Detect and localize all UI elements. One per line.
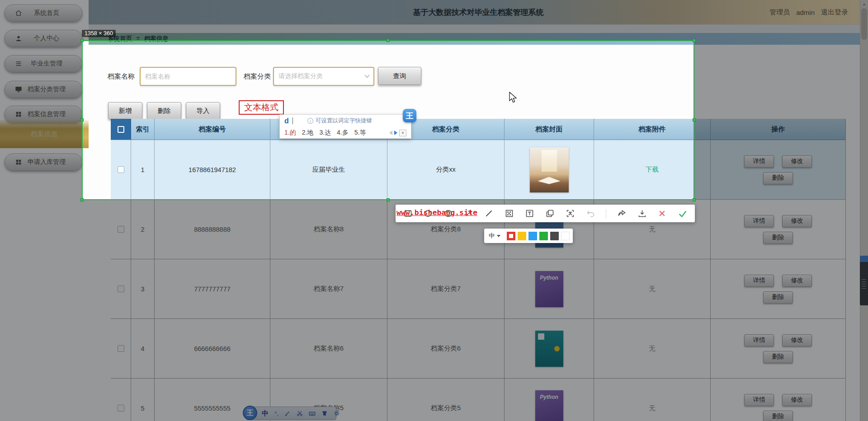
cell-name: 档案名称8 bbox=[270, 200, 387, 259]
sidebar-item-home[interactable]: 系统首页 bbox=[5, 5, 82, 22]
edit-button[interactable]: 修改 bbox=[782, 394, 812, 406]
table-header-row: 索引 档案编号 档案名称 档案分类 档案封面 档案附件 操作 bbox=[111, 119, 846, 140]
color-swatch[interactable] bbox=[518, 232, 526, 240]
color-swatch[interactable] bbox=[550, 232, 559, 240]
archive-category-select[interactable]: 请选择档案分类 bbox=[273, 67, 374, 86]
row-delete-button[interactable]: 删除 bbox=[763, 291, 793, 304]
select-placeholder: 请选择档案分类 bbox=[278, 72, 323, 80]
ime-candidate[interactable]: 1.的 bbox=[284, 129, 296, 137]
share-icon[interactable] bbox=[617, 209, 627, 219]
attachment-link[interactable]: 无 bbox=[649, 225, 656, 234]
settings-gear-icon[interactable] bbox=[334, 410, 340, 417]
info-icon: i bbox=[307, 118, 313, 124]
attachment-link[interactable]: 下载 bbox=[646, 165, 659, 174]
text-annotation-box[interactable]: 文本格式 bbox=[239, 100, 284, 115]
ime-composition: d bbox=[284, 117, 289, 125]
save-icon[interactable] bbox=[637, 209, 647, 219]
scrollbar-thumb[interactable] bbox=[861, 8, 867, 40]
cell-index: 4 bbox=[131, 319, 155, 379]
archive-name-input[interactable] bbox=[140, 67, 236, 86]
pen-icon[interactable] bbox=[284, 410, 291, 417]
header: 基于大数据技术对毕业生档案管理系统 管理员 admin 退出登录 bbox=[89, 0, 868, 25]
pen-tool-icon[interactable] bbox=[484, 209, 494, 219]
import-button[interactable]: 导入 bbox=[186, 102, 220, 119]
row-checkbox[interactable] bbox=[118, 285, 124, 292]
page-title: 基于大数据技术对毕业生档案管理系统 bbox=[89, 0, 868, 25]
punctuation-icon[interactable]: °, bbox=[274, 410, 278, 417]
next-page-icon[interactable] bbox=[394, 131, 397, 135]
select-all-checkbox[interactable] bbox=[118, 126, 124, 133]
vertical-scrollbar[interactable]: ▲ bbox=[860, 0, 868, 421]
row-delete-button[interactable]: 删除 bbox=[763, 232, 793, 244]
user-role-label: 管理员 bbox=[769, 8, 790, 17]
detail-button[interactable]: 详情 bbox=[744, 275, 774, 287]
sidebar-item-archive-category[interactable]: 档案分类管理 bbox=[5, 81, 82, 98]
text-tool-icon[interactable] bbox=[525, 209, 535, 219]
add-button[interactable]: 新增 bbox=[108, 102, 142, 119]
color-swatch[interactable] bbox=[539, 232, 548, 240]
watermark-text: www.bishebang.site bbox=[396, 208, 477, 217]
color-swatch[interactable] bbox=[561, 232, 570, 240]
docked-side-tab[interactable] bbox=[860, 256, 868, 305]
wang-logo-icon[interactable]: 王 bbox=[243, 406, 257, 420]
keyboard-icon[interactable] bbox=[309, 410, 316, 417]
detail-button[interactable]: 详情 bbox=[744, 155, 774, 168]
color-swatch[interactable] bbox=[507, 232, 515, 240]
ime-candidate[interactable]: 3.达 bbox=[319, 129, 331, 137]
chevron-down-icon bbox=[364, 73, 369, 78]
prev-page-icon[interactable] bbox=[389, 131, 392, 135]
row-checkbox[interactable] bbox=[118, 226, 124, 233]
skin-icon[interactable] bbox=[321, 410, 328, 417]
confirm-icon[interactable] bbox=[678, 209, 688, 219]
detail-button[interactable]: 详情 bbox=[744, 215, 774, 227]
query-button[interactable]: 查询 bbox=[378, 67, 421, 85]
active-item-label: 档案信息 bbox=[31, 130, 58, 138]
row-delete-button[interactable]: 删除 bbox=[763, 351, 793, 363]
edit-button[interactable]: 修改 bbox=[782, 155, 812, 168]
sidebar-item-profile[interactable]: 个人中心 bbox=[5, 30, 82, 47]
row-delete-button[interactable]: 删除 bbox=[763, 411, 793, 421]
row-delete-button[interactable]: 删除 bbox=[763, 172, 793, 184]
ocr-tool-icon[interactable] bbox=[565, 209, 575, 219]
edit-button[interactable]: 修改 bbox=[782, 215, 812, 227]
delete-button[interactable]: 删除 bbox=[147, 102, 181, 119]
row-checkbox[interactable] bbox=[118, 345, 124, 352]
edit-button[interactable]: 修改 bbox=[782, 334, 812, 346]
table-row: 3 7777777777 档案名称7 档案分类7 Python 无 详情 修改 … bbox=[111, 259, 846, 319]
cancel-icon[interactable] bbox=[657, 209, 667, 219]
cell-code: 7777777777 bbox=[155, 259, 270, 319]
ime-candidate-popup: d i 可设置以词定字快捷键 1.的2.地3.达4.多5.等 ▼ 王 bbox=[279, 114, 411, 139]
row-checkbox[interactable] bbox=[118, 405, 124, 412]
ime-tip-text: 可设置以词定字快捷键 bbox=[316, 117, 372, 125]
chinese-mode-toggle[interactable]: 中 bbox=[262, 409, 269, 418]
color-swatch[interactable] bbox=[528, 232, 537, 240]
pin-tool-icon[interactable] bbox=[545, 209, 555, 219]
attachment-link[interactable]: 无 bbox=[649, 285, 656, 293]
header-divider-strip bbox=[89, 25, 868, 33]
sidebar-item-graduates[interactable]: 毕业生管理 bbox=[5, 55, 82, 72]
ime-candidate[interactable]: 5.等 bbox=[354, 129, 366, 137]
header-attachment: 档案附件 bbox=[594, 119, 711, 140]
edit-button[interactable]: 修改 bbox=[782, 275, 812, 287]
sidebar-item-apply-storage[interactable]: 申请入库管理 bbox=[5, 154, 82, 171]
archive-table: 索引 档案编号 档案名称 档案分类 档案封面 档案附件 操作 1 1678861… bbox=[111, 119, 846, 421]
font-size-dropdown[interactable]: 中 bbox=[489, 232, 500, 240]
ime-candidate[interactable]: 4.多 bbox=[337, 129, 349, 137]
ime-dropdown-button[interactable]: ▼ bbox=[399, 130, 406, 136]
table-row: 1 1678861947182 应届毕业生 分类xx 下载 详情 修改 删除 bbox=[111, 140, 846, 200]
cell-name: 档案名称7 bbox=[270, 259, 387, 319]
row-checkbox[interactable] bbox=[118, 166, 124, 173]
cell-code: 1678861947182 bbox=[155, 140, 270, 200]
detail-button[interactable]: 详情 bbox=[744, 334, 774, 346]
attachment-link[interactable]: 无 bbox=[649, 404, 656, 412]
detail-button[interactable]: 详情 bbox=[744, 394, 774, 406]
attachment-link[interactable]: 无 bbox=[649, 344, 656, 353]
logout-link[interactable]: 退出登录 bbox=[821, 8, 848, 17]
scissors-icon[interactable] bbox=[297, 410, 303, 417]
ime-candidate[interactable]: 2.地 bbox=[302, 129, 314, 137]
mosaic-tool-icon[interactable] bbox=[505, 209, 514, 219]
scroll-up-icon[interactable]: ▲ bbox=[862, 2, 866, 6]
sidebar-item-archive-info-active[interactable]: 档案信息 bbox=[0, 120, 89, 148]
side-tab-handle[interactable] bbox=[860, 262, 868, 305]
ime-logo-icon[interactable]: 王 bbox=[403, 109, 416, 122]
